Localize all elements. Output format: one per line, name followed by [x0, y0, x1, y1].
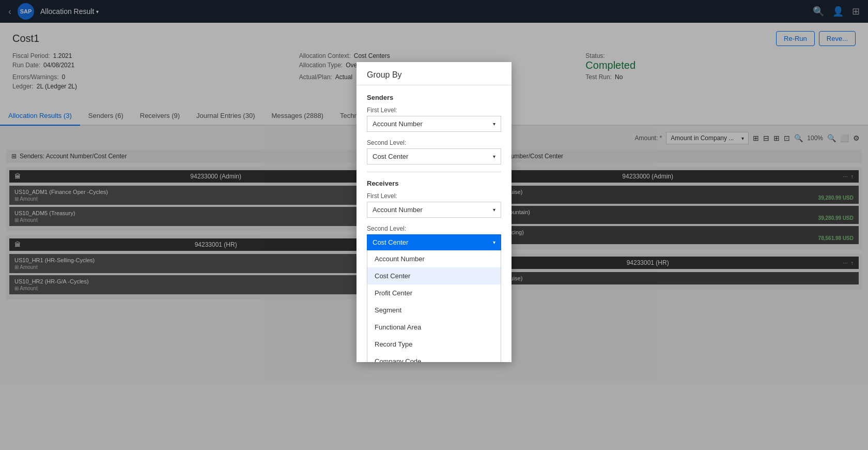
dropdown-item-segment[interactable]: Segment — [367, 302, 501, 319]
senders-second-level-select[interactable]: Cost Center ▾ — [367, 148, 501, 164]
senders-first-level-label: First Level: — [367, 107, 501, 114]
senders-first-level-select[interactable]: Account Number ▾ — [367, 116, 501, 132]
section-divider — [367, 172, 501, 172]
senders-first-level-group: First Level: Account Number ▾ — [367, 107, 501, 132]
receivers-second-level-dropdown: Account Number Cost Center Profit Center… — [367, 250, 501, 362]
dropdown-item-company-code[interactable]: Company Code — [367, 353, 501, 362]
modal-title: Group By — [357, 62, 512, 85]
senders-second-level-chevron: ▾ — [493, 154, 495, 159]
receivers-first-level-chevron: ▾ — [493, 207, 495, 213]
dropdown-item-functional-area[interactable]: Functional Area — [367, 319, 501, 336]
modal-body: Senders First Level: Account Number ▾ Se… — [357, 85, 512, 362]
dropdown-item-cost-center[interactable]: Cost Center — [367, 267, 501, 284]
receivers-second-level-group: Second Level: Cost Center ▾ Account Numb… — [367, 225, 501, 362]
receivers-first-level-label: First Level: — [367, 192, 501, 200]
senders-second-level-group: Second Level: Cost Center ▾ — [367, 139, 501, 164]
senders-first-level-chevron: ▾ — [493, 121, 495, 127]
senders-section-title: Senders — [367, 94, 501, 101]
dropdown-item-record-type[interactable]: Record Type — [367, 336, 501, 353]
group-by-modal: Group By Senders First Level: Account Nu… — [357, 62, 512, 362]
receivers-second-level-select[interactable]: Cost Center ▾ — [367, 234, 501, 250]
receivers-section-title: Receivers — [367, 179, 501, 187]
dropdown-item-profit-center[interactable]: Profit Center — [367, 284, 501, 302]
senders-second-level-label: Second Level: — [367, 139, 501, 146]
receivers-first-level-select[interactable]: Account Number ▾ — [367, 202, 501, 218]
receivers-first-level-group: First Level: Account Number ▾ — [367, 192, 501, 218]
receivers-second-level-label: Second Level: — [367, 225, 501, 232]
receivers-second-level-chevron: ▾ — [493, 239, 495, 245]
modal-overlay: Group By Senders First Level: Account Nu… — [0, 0, 868, 384]
dropdown-item-account-number[interactable]: Account Number — [367, 250, 501, 267]
